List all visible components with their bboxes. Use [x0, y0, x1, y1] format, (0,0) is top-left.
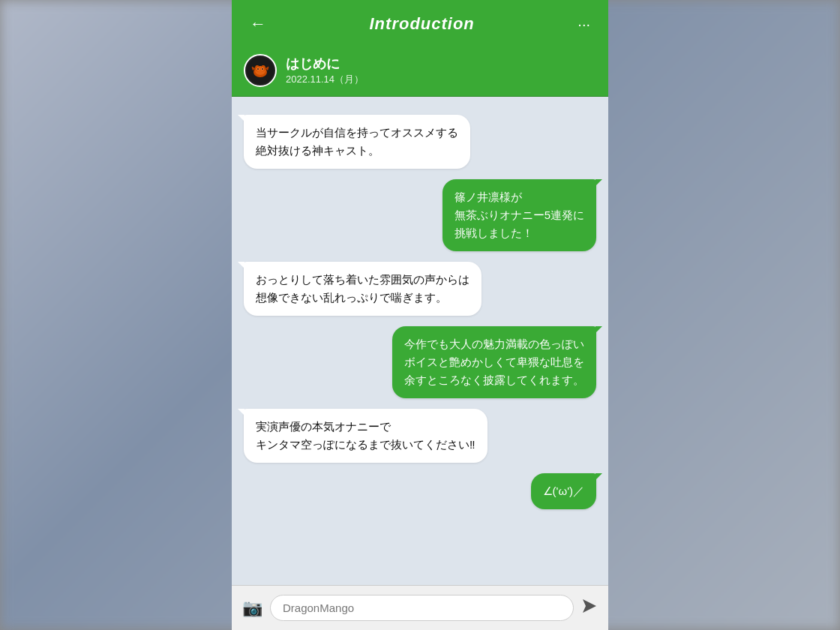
message-bubble: 実演声優の本気オナニーで キンタマ空っぽになるまで抜いてください‼: [244, 409, 488, 463]
header-title: Introduction: [272, 14, 572, 34]
channel-name: はじめに: [286, 55, 364, 73]
dragon-avatar-icon: [247, 57, 274, 84]
message-row: 実演声優の本気オナニーで キンタマ空っぽになるまで抜いてください‼: [244, 409, 596, 463]
more-button[interactable]: ···: [572, 13, 596, 36]
channel-bar: はじめに 2022.11.14（月）: [232, 48, 608, 97]
channel-info: はじめに 2022.11.14（月）: [286, 55, 364, 86]
send-button[interactable]: [581, 598, 598, 618]
input-bar: 📷: [232, 585, 608, 630]
message-bubble: 篠ノ井凛様が 無茶ぶりオナニー5連発に 挑戦しました！: [442, 179, 596, 251]
message-bubble: 当サークルが自信を持ってオススメする 絶対抜ける神キャスト。: [244, 115, 470, 169]
channel-date: 2022.11.14（月）: [286, 73, 364, 86]
header: ← Introduction ···: [232, 0, 608, 48]
message-row: ∠('ω')／: [244, 473, 596, 509]
channel-avatar: [244, 54, 277, 87]
back-button[interactable]: ←: [244, 11, 272, 37]
message-bubble: 今作でも大人の魅力満載の色っぽい ボイスと艶めかしくて卑猥な吐息を 余すところな…: [392, 326, 596, 398]
message-row: 篠ノ井凛様が 無茶ぶりオナニー5連発に 挑戦しました！: [244, 179, 596, 251]
phone-container: ← Introduction ··· はじめに: [232, 0, 608, 630]
message-row: 今作でも大人の魅力満載の色っぽい ボイスと艶めかしくて卑猥な吐息を 余すところな…: [244, 326, 596, 398]
svg-marker-9: [583, 599, 596, 613]
message-bubble: ∠('ω')／: [531, 473, 596, 509]
svg-point-7: [257, 68, 259, 70]
svg-point-8: [262, 68, 263, 70]
message-input[interactable]: [270, 595, 574, 621]
camera-icon[interactable]: 📷: [242, 598, 262, 618]
chat-area[interactable]: 当サークルが自信を持ってオススメする 絶対抜ける神キャスト。篠ノ井凛様が 無茶ぶ…: [232, 97, 608, 585]
message-row: おっとりして落ち着いた雰囲気の声からは 想像できない乱れっぷりで喘ぎます。: [244, 262, 596, 316]
message-row: 当サークルが自信を持ってオススメする 絶対抜ける神キャスト。: [244, 115, 596, 169]
message-bubble: おっとりして落ち着いた雰囲気の声からは 想像できない乱れっぷりで喘ぎます。: [244, 262, 482, 316]
